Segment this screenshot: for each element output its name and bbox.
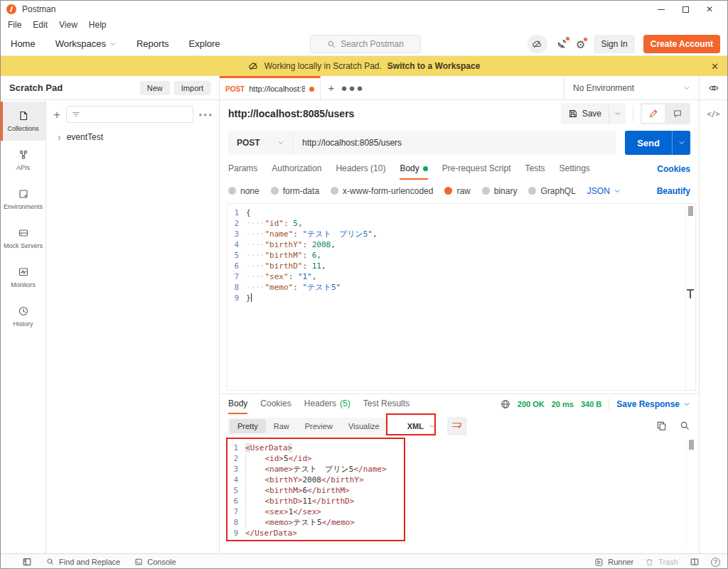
tab-pre-request-script[interactable]: Pre-request Script — [442, 158, 511, 180]
sidebar-item-collections[interactable]: Collections — [1, 102, 46, 141]
code-line: 2 <id>5</id> — [227, 453, 696, 464]
view-visualize[interactable]: Visualize — [341, 419, 387, 433]
mode-none[interactable]: none — [228, 186, 259, 196]
menu-edit[interactable]: Edit — [33, 20, 48, 30]
raw-language-selector[interactable]: JSON — [587, 186, 621, 196]
comments-button[interactable] — [666, 104, 689, 123]
trash-button[interactable]: Trash — [645, 558, 678, 567]
console-button[interactable]: Console — [134, 558, 176, 566]
mode-raw[interactable]: raw — [444, 186, 470, 196]
url-input[interactable]: http://localhost:8085/users — [294, 131, 616, 155]
create-account-button[interactable]: Create Account — [643, 35, 720, 53]
edit-mode-button[interactable] — [642, 104, 665, 123]
collection-item-eventtest[interactable]: › eventTest — [46, 127, 219, 147]
tab-settings[interactable]: Settings — [560, 158, 590, 180]
cookies-link[interactable]: Cookies — [657, 158, 690, 180]
mode-binary[interactable]: binary — [482, 186, 518, 196]
sidebar-item-environments[interactable]: Environments — [1, 180, 46, 219]
view-pretty[interactable]: Pretty — [230, 419, 266, 433]
close-button[interactable]: ✕ — [697, 1, 722, 17]
mode-form-data[interactable]: form-data — [271, 186, 319, 196]
nav-home[interactable]: Home — [11, 38, 36, 49]
menu-file[interactable]: File — [8, 20, 21, 30]
add-collection-button[interactable]: + — [53, 109, 60, 121]
toggle-sidebar-icon[interactable] — [22, 557, 32, 567]
runner-button[interactable]: Runner — [594, 558, 633, 567]
editor-scrollbar[interactable] — [685, 204, 695, 390]
view-preview[interactable]: Preview — [297, 419, 341, 433]
nav-explore[interactable]: Explore — [189, 38, 220, 49]
new-button[interactable]: New — [140, 81, 170, 95]
view-raw[interactable]: Raw — [266, 419, 297, 433]
code-snippet-icon[interactable]: </> — [707, 110, 719, 553]
minimize-button[interactable] — [649, 1, 673, 17]
request-body-editor[interactable]: 1{2····"id": 5,3····"name": "テスト プリン5",4… — [227, 203, 696, 391]
response-tab-test-results[interactable]: Test Results — [363, 394, 410, 414]
sign-in-button[interactable]: Sign In — [594, 35, 634, 53]
cloud-offline-icon — [248, 61, 259, 72]
save-button[interactable]: Save — [561, 103, 609, 124]
filter-input[interactable] — [66, 106, 193, 123]
offline-cloud-button[interactable] — [528, 35, 547, 53]
sidebar-item-monitors[interactable]: Monitors — [1, 258, 46, 297]
nav-reports[interactable]: Reports — [136, 38, 169, 49]
collections-panel: + ●●● › eventTest — [46, 100, 219, 553]
menu-help[interactable]: Help — [89, 20, 107, 30]
method-selector[interactable]: POST — [228, 131, 294, 155]
tab-body[interactable]: Body — [400, 158, 427, 180]
help-icon[interactable]: ? — [711, 558, 720, 567]
find-and-replace-button[interactable]: Find and Replace — [46, 558, 120, 566]
workbench: POST http://localhost:8... + ●●● No Envi… — [220, 76, 727, 553]
mode-x-www-form-urlencoded[interactable]: x-www-form-urlencoded — [331, 186, 433, 196]
beautify-link[interactable]: Beautify — [657, 186, 690, 196]
tab-tests[interactable]: Tests — [525, 158, 545, 180]
response-tab-headers[interactable]: Headers (5) — [304, 394, 350, 414]
scrollbar-thumb[interactable] — [688, 206, 693, 216]
search-response-icon[interactable] — [680, 421, 690, 431]
line-number: 6 — [227, 496, 245, 506]
send-options-button[interactable] — [672, 131, 690, 155]
wrap-lines-button[interactable] — [447, 417, 467, 435]
request-tab[interactable]: POST http://localhost:8... — [220, 76, 321, 99]
radio-icon — [528, 187, 536, 195]
search-input[interactable]: Search Postman — [310, 35, 421, 53]
banner-close-icon[interactable]: ✕ — [711, 56, 719, 76]
response-tab-cookies[interactable]: Cookies — [260, 394, 291, 414]
sidebar-item-mock-servers[interactable]: Mock Servers — [1, 219, 46, 258]
send-button[interactable]: Send — [625, 131, 672, 155]
sidebar: Scratch Pad New Import Collections APIs — [1, 76, 220, 553]
globe-icon[interactable] — [500, 399, 510, 409]
rail-label: Monitors — [11, 281, 36, 288]
response-body-viewer[interactable]: 1<UserData>2 <id>5</id>3 <name>テスト プリン5<… — [227, 438, 696, 548]
save-response-button[interactable]: Save Response — [616, 399, 690, 409]
copy-icon[interactable] — [656, 421, 667, 431]
environment-quick-look-button[interactable] — [699, 76, 727, 99]
code-line: 5 <birthM>6</birthM> — [227, 485, 696, 496]
settings-button[interactable]: ⚙ — [576, 39, 585, 50]
switch-workspace-link[interactable]: Switch to a Workspace — [387, 61, 480, 71]
import-button[interactable]: Import — [174, 81, 210, 95]
new-tab-button[interactable]: + — [321, 76, 342, 99]
mode-graphql[interactable]: GraphQL — [528, 186, 575, 196]
language-label: JSON — [587, 186, 610, 196]
response-format-selector[interactable]: XML — [407, 422, 436, 430]
sidebar-item-history[interactable]: History — [1, 297, 46, 336]
more-actions-icon[interactable]: ●●● — [199, 112, 214, 118]
sidebar-item-apis[interactable]: APIs — [1, 141, 46, 180]
response-tab-body[interactable]: Body — [228, 394, 247, 414]
environment-selector[interactable]: No Environment — [564, 76, 699, 99]
maximize-button[interactable] — [673, 1, 697, 17]
editor-scrollbar[interactable] — [686, 438, 696, 548]
capture-requests-button[interactable] — [556, 38, 567, 50]
radio-selected-icon — [444, 187, 452, 195]
save-options-button[interactable] — [609, 103, 626, 124]
menu-view[interactable]: View — [59, 20, 77, 30]
tab-options-icon[interactable]: ●●● — [342, 76, 363, 99]
scrollbar-thumb[interactable] — [689, 440, 694, 450]
tab-headers[interactable]: Headers (10) — [336, 158, 385, 180]
two-pane-icon[interactable] — [690, 557, 700, 567]
nav-workspaces[interactable]: Workspaces — [55, 38, 117, 49]
line-number: 3 — [227, 464, 245, 475]
tab-authorization[interactable]: Authorization — [272, 158, 321, 180]
tab-params[interactable]: Params — [228, 158, 257, 180]
